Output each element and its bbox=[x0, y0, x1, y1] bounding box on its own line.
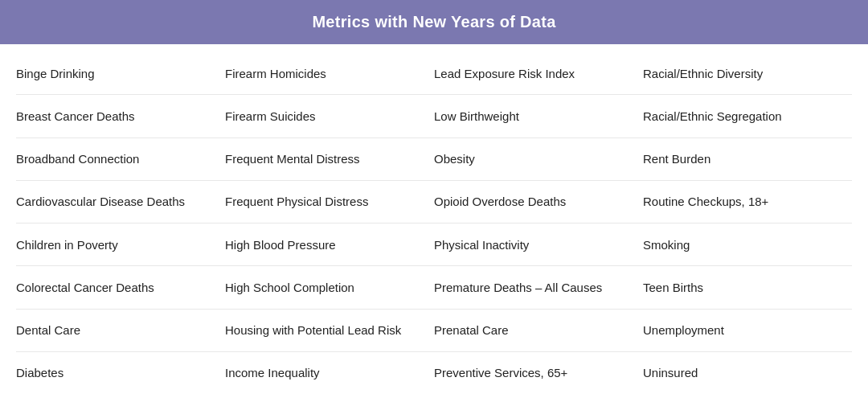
list-item: Routine Checkups, 18+ bbox=[643, 181, 852, 224]
list-item: Diabetes bbox=[16, 352, 225, 394]
list-item: Preventive Services, 65+ bbox=[434, 352, 643, 394]
list-item: Income Inequality bbox=[225, 352, 434, 394]
list-item: Firearm Suicides bbox=[225, 95, 434, 137]
list-item: Cardiovascular Disease Deaths bbox=[16, 181, 225, 224]
list-item: Premature Deaths – All Causes bbox=[434, 266, 643, 309]
page-header: Metrics with New Years of Data bbox=[0, 0, 868, 44]
list-item: Unemployment bbox=[643, 310, 852, 352]
page-title: Metrics with New Years of Data bbox=[312, 13, 555, 31]
list-item: Colorectal Cancer Deaths bbox=[16, 266, 225, 309]
list-item: Low Birthweight bbox=[434, 95, 643, 137]
list-item: High Blood Pressure bbox=[225, 224, 434, 266]
list-item: Teen Births bbox=[643, 266, 852, 309]
list-item: Lead Exposure Risk Index bbox=[434, 52, 643, 95]
list-item: Firearm Homicides bbox=[225, 52, 434, 95]
list-item: Broadband Connection bbox=[16, 138, 225, 181]
page-container: Metrics with New Years of Data Binge Dri… bbox=[0, 0, 868, 402]
list-item: Obesity bbox=[434, 138, 643, 181]
list-item: Physical Inactivity bbox=[434, 224, 643, 266]
list-item: Racial/Ethnic Segregation bbox=[643, 95, 852, 137]
list-item: Frequent Physical Distress bbox=[225, 181, 434, 224]
list-item: High School Completion bbox=[225, 266, 434, 309]
list-item: Breast Cancer Deaths bbox=[16, 95, 225, 137]
list-item: Binge Drinking bbox=[16, 52, 225, 95]
list-item: Prenatal Care bbox=[434, 310, 643, 352]
list-item: Rent Burden bbox=[643, 138, 852, 181]
list-item: Housing with Potential Lead Risk bbox=[225, 310, 434, 352]
list-item: Racial/Ethnic Diversity bbox=[643, 52, 852, 95]
list-item: Dental Care bbox=[16, 310, 225, 352]
list-item: Opioid Overdose Deaths bbox=[434, 181, 643, 224]
metrics-grid: Binge DrinkingFirearm HomicidesLead Expo… bbox=[0, 44, 868, 402]
list-item: Smoking bbox=[643, 224, 852, 266]
list-item: Frequent Mental Distress bbox=[225, 138, 434, 181]
list-item: Uninsured bbox=[643, 352, 852, 394]
list-item: Children in Poverty bbox=[16, 224, 225, 266]
